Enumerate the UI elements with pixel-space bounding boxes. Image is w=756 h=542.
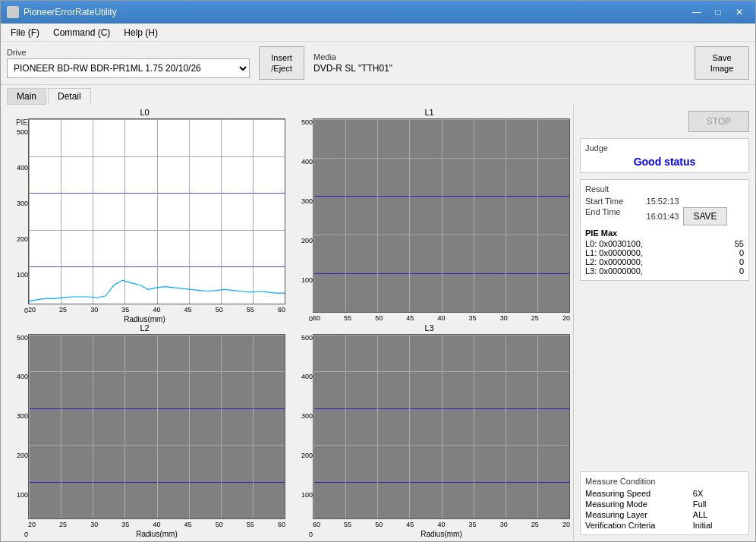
toolbar: Drive PIONEER BD-RW BDR-PR1ML 1.75 20/10…	[1, 42, 755, 85]
pie-row-l2: L2: 0x0000000, 0	[585, 257, 744, 266]
chart-l0: L0 PIE 500 400 300 200 100 0	[4, 108, 285, 323]
start-time-key: Start Time	[585, 197, 641, 206]
l1-x-axis: 60 55 50 45 40 35 30 25 20	[313, 313, 570, 323]
measuring-layer-val: ALL	[693, 510, 744, 519]
media-section: Media DVD-R SL "TTH01"	[313, 52, 685, 74]
main-window: PioneerErrorRateUtility — □ ✕ File (F) C…	[0, 0, 756, 542]
measuring-layer-key: Measuring Layer	[585, 510, 687, 519]
end-time-val: 16:01:43	[647, 212, 679, 221]
top-chart-row: L0 PIE 500 400 300 200 100 0	[4, 108, 570, 323]
tab-main[interactable]: Main	[7, 88, 46, 105]
l1-inner: 500 400 300 200 100 0	[288, 118, 570, 323]
x-25: 25	[59, 306, 67, 314]
pie-l1-val: 0	[739, 248, 744, 257]
l2-x-label: Radius(mm)	[28, 530, 285, 538]
y-100: 100	[17, 271, 28, 279]
tab-detail[interactable]: Detail	[48, 88, 91, 105]
chart-l1: L1 500 400 300 200 100 0	[288, 108, 570, 323]
l1-h-0	[313, 119, 569, 120]
result-grid: Start Time 15:52:13 End Time 16:01:43 SA…	[585, 197, 744, 225]
x-55: 55	[247, 306, 254, 314]
judge-section: Judge Good status	[580, 138, 749, 173]
l1-y-100: 100	[301, 276, 313, 284]
l1-v-8	[569, 119, 570, 312]
y-300: 300	[17, 200, 28, 207]
judge-status: Good status	[585, 156, 744, 168]
drive-section: Drive PIONEER BD-RW BDR-PR1ML 1.75 20/10…	[7, 48, 250, 78]
chart-l3: L3 500 400 300 200 100 0	[288, 323, 570, 539]
menu-bar: File (F) Command (C) Help (H)	[1, 24, 755, 42]
drive-select[interactable]: PIONEER BD-RW BDR-PR1ML 1.75 20/10/26	[7, 58, 250, 78]
drive-label: Drive	[7, 48, 250, 57]
x-20: 20	[28, 306, 36, 314]
title-buttons: — □ ✕	[687, 5, 749, 20]
l3-title: L3	[288, 323, 570, 332]
pie-axis-label: PIE	[16, 118, 28, 127]
measuring-speed-key: Measuring Speed	[585, 489, 687, 498]
save-image-button[interactable]: SaveImage	[695, 46, 749, 80]
v-line-8	[285, 119, 285, 304]
pie-row-l3: L3: 0x0000000, 0	[585, 266, 744, 276]
media-value: DVD-R SL "TTH01"	[313, 63, 685, 74]
result-label: Result	[585, 184, 744, 194]
measuring-mode-key: Measuring Mode	[585, 499, 687, 509]
pie-l0-val: 55	[735, 239, 744, 248]
l1-y-300: 300	[301, 197, 313, 205]
x-50: 50	[216, 306, 223, 314]
measure-condition-label: Measure Condition	[585, 477, 744, 486]
minimize-button[interactable]: —	[687, 5, 707, 20]
l1-v-4	[442, 119, 443, 312]
stop-button[interactable]: STOP	[688, 111, 749, 132]
menu-file[interactable]: File (F)	[4, 25, 46, 40]
measuring-mode-val: Full	[693, 499, 744, 509]
l1-v-0	[313, 119, 314, 312]
save-result-button[interactable]: SAVE	[683, 207, 726, 225]
l1-v-7	[537, 119, 538, 312]
bottom-chart-row: L2 500 400 300 200 100 0	[4, 323, 570, 539]
l0-plot-area: 20 25 30 35 40 45 50 55 60	[28, 118, 285, 315]
verification-criteria-key: Verification Criteria	[585, 521, 687, 530]
l0-data-line	[29, 280, 285, 301]
l3-x-axis: 60 55 50 45 40 35 30 25 20	[313, 519, 570, 530]
close-button[interactable]: ✕	[729, 5, 749, 20]
menu-help[interactable]: Help (H)	[117, 25, 165, 40]
l1-y-400: 400	[301, 158, 313, 165]
l1-v-3	[409, 119, 410, 312]
insert-eject-button[interactable]: Insert/Eject	[259, 46, 304, 80]
title-bar-left: PioneerErrorRateUtility	[7, 6, 117, 18]
l1-h-blue-2	[313, 273, 569, 274]
l0-plot	[28, 118, 285, 304]
l2-inner: 500 400 300 200 100 0	[4, 334, 285, 539]
menu-command[interactable]: Command (C)	[46, 25, 117, 40]
l1-plot-area: 60 55 50 45 40 35 30 25 20	[313, 118, 570, 323]
l1-y-axis: 500 400 300 200 100 0	[288, 118, 313, 323]
l2-plot-area: 20 25 30 35 40 45 50 55 60 Radius(mm)	[28, 334, 285, 539]
l1-y-200: 200	[301, 237, 313, 244]
l1-v-6	[506, 119, 506, 312]
window-title: PioneerErrorRateUtility	[24, 7, 117, 17]
l1-h-blue-1	[313, 196, 569, 197]
pie-l3-key: L3: 0x0000000,	[585, 266, 643, 276]
l3-y-axis: 500 400 300 200 100 0	[288, 334, 313, 539]
tab-bar: Main Detail	[1, 85, 755, 105]
x-60: 60	[278, 306, 285, 314]
l1-grid	[313, 119, 569, 312]
l2-x-axis: 20 25 30 35 40 45 50 55 60	[28, 519, 285, 530]
measure-section: Measure Condition Measuring Speed 6X Mea…	[580, 471, 749, 535]
pie-l2-key: L2: 0x0000000,	[585, 257, 643, 266]
l3-x-label: Radius(mm)	[313, 530, 570, 538]
pie-l3-val: 0	[739, 266, 744, 276]
l3-plot	[313, 334, 570, 520]
l2-title: L2	[4, 323, 285, 332]
l0-y-axis: PIE 500 400 300 200 100 0	[4, 118, 28, 315]
maximize-button[interactable]: □	[708, 5, 728, 20]
x-45: 45	[184, 306, 192, 314]
right-panel: STOP Judge Good status Result Start Time…	[573, 105, 755, 541]
l1-v-1	[345, 119, 346, 312]
measuring-speed-val: 6X	[693, 489, 744, 498]
x-30: 30	[90, 306, 98, 314]
l1-y-500: 500	[301, 118, 313, 126]
l1-title: L1	[288, 108, 570, 117]
title-bar: PioneerErrorRateUtility — □ ✕	[1, 1, 755, 24]
pie-l2-val: 0	[739, 257, 744, 266]
